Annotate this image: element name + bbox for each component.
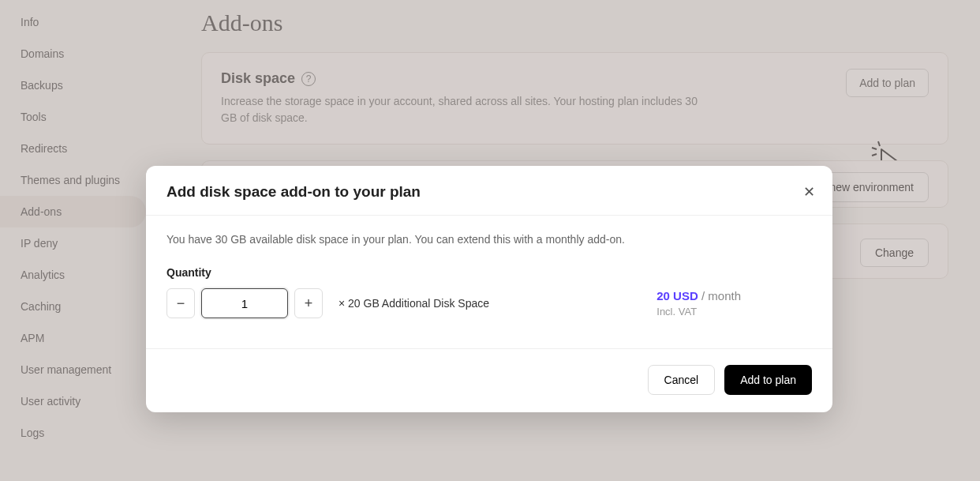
- quantity-label: Quantity: [166, 266, 812, 279]
- quantity-increment-button[interactable]: +: [294, 288, 323, 318]
- close-icon[interactable]: ✕: [803, 183, 815, 201]
- quantity-item-description: × 20 GB Additional Disk Space: [339, 297, 489, 310]
- quantity-input[interactable]: [201, 288, 288, 318]
- modal-intro-text: You have 30 GB available disk space in y…: [166, 233, 812, 246]
- price-main: 20 USD / month: [656, 289, 741, 303]
- quantity-decrement-button[interactable]: −: [166, 288, 195, 318]
- price-value: 20 USD: [656, 289, 698, 303]
- confirm-add-to-plan-button[interactable]: Add to plan: [724, 365, 812, 395]
- price-period: / month: [698, 289, 741, 303]
- cancel-button[interactable]: Cancel: [648, 365, 716, 395]
- price-vat-note: Incl. VAT: [656, 306, 741, 318]
- modal-title: Add disk space add-on to your plan: [166, 183, 812, 201]
- add-disk-space-modal: Add disk space add-on to your plan ✕ You…: [146, 166, 832, 412]
